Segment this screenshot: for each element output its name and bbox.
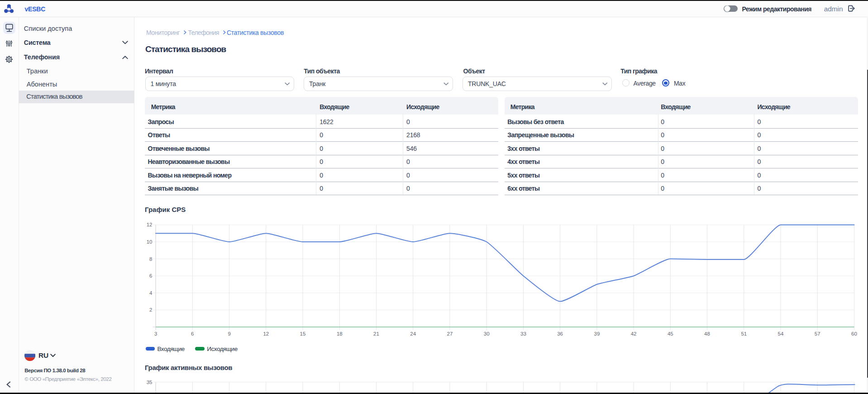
svg-text:6: 6 [149,273,152,279]
svg-text:12: 12 [147,222,153,227]
svg-text:39: 39 [594,331,600,336]
svg-text:9: 9 [228,331,230,336]
svg-text:24: 24 [410,331,416,336]
svg-text:33: 33 [520,331,526,336]
svg-text:35: 35 [147,380,153,385]
svg-text:21: 21 [373,331,379,336]
svg-text:6: 6 [191,331,194,336]
svg-text:45: 45 [668,331,673,336]
svg-text:51: 51 [741,331,747,336]
svg-text:4: 4 [149,290,153,296]
svg-text:2: 2 [149,307,152,312]
svg-text:3: 3 [154,331,157,336]
svg-text:36: 36 [557,331,563,336]
svg-text:57: 57 [815,331,820,336]
svg-text:27: 27 [447,331,453,336]
svg-text:30: 30 [484,331,490,336]
svg-text:42: 42 [631,331,637,336]
svg-text:12: 12 [263,331,269,336]
svg-text:54: 54 [778,331,784,336]
svg-text:10: 10 [147,239,153,245]
svg-text:48: 48 [704,331,710,336]
svg-text:60: 60 [851,331,857,336]
svg-text:8: 8 [149,256,152,262]
svg-text:15: 15 [300,331,306,336]
svg-text:18: 18 [337,331,343,336]
